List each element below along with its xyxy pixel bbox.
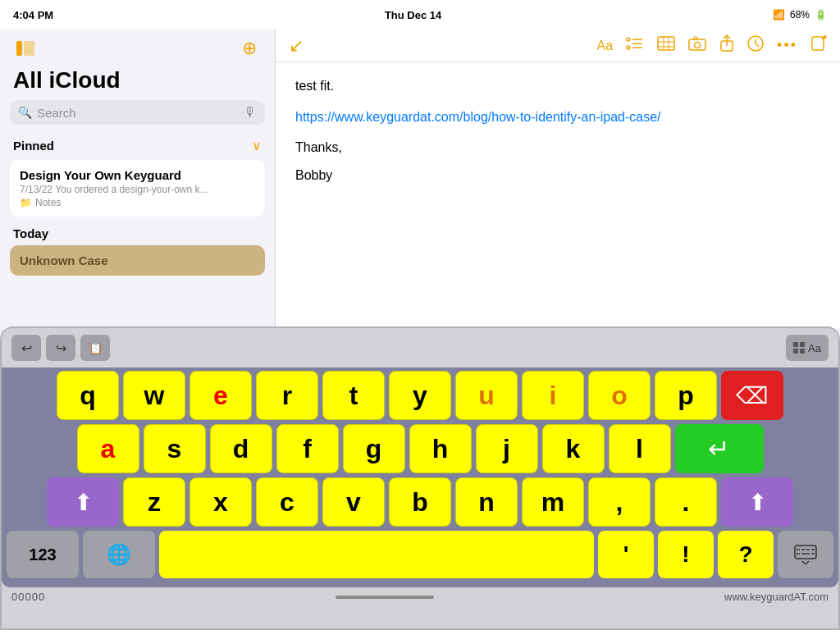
footer-handle — [336, 596, 434, 599]
key-a[interactable]: a — [77, 424, 139, 473]
kb-row-3: ⬆ z x c v b n m , . ⬆ — [7, 477, 833, 527]
key-d[interactable]: d — [210, 424, 272, 473]
footer-website: www.keyguardAT.com — [724, 591, 829, 603]
search-bar[interactable]: 🔍 Search 🎙 — [10, 100, 265, 125]
back-button[interactable]: ↙ — [289, 35, 304, 57]
key-p[interactable]: p — [655, 371, 717, 420]
numbers-key[interactable]: 123 — [7, 531, 79, 578]
editor-line3: Thanks, — [295, 137, 820, 158]
globe-key[interactable]: 🌐 — [83, 531, 155, 578]
share-button[interactable] — [719, 34, 734, 57]
unknown-case-title: Unknown Case — [20, 253, 255, 267]
sidebar-title: All iCloud — [0, 64, 275, 100]
key-g[interactable]: g — [343, 424, 405, 473]
key-n[interactable]: n — [455, 477, 518, 527]
pinned-chevron[interactable]: ∨ — [252, 138, 262, 153]
svg-rect-22 — [793, 349, 798, 354]
key-w[interactable]: w — [123, 371, 185, 420]
footer-code: 00000 — [11, 591, 45, 603]
key-e[interactable]: e — [189, 371, 252, 420]
key-z[interactable]: z — [123, 477, 185, 527]
camera-button[interactable] — [688, 36, 706, 55]
shift-right-key[interactable]: ⬆ — [721, 477, 793, 527]
key-y[interactable]: y — [389, 371, 451, 420]
exclaim-key[interactable]: ! — [658, 531, 714, 578]
navigate-button[interactable] — [747, 35, 764, 56]
question-key[interactable]: ? — [718, 531, 774, 578]
apostrophe-key[interactable]: ' — [598, 531, 654, 578]
paste-button[interactable]: 📋 — [80, 335, 110, 361]
key-period[interactable]: . — [655, 477, 717, 527]
checklist-button[interactable] — [626, 36, 644, 55]
aa-label: Aa — [808, 342, 821, 354]
undo-button[interactable]: ↩ — [11, 335, 41, 361]
kb-top-right: Aa — [786, 335, 829, 361]
table-button[interactable] — [657, 36, 675, 55]
keyboard-top-bar: ↩ ↪ 📋 Aa — [2, 328, 838, 368]
key-j[interactable]: j — [476, 424, 538, 473]
ipad-area: ⊕ All iCloud 🔍 Search 🎙 Pinned ∨ Design … — [0, 0, 840, 328]
status-date: Thu Dec 14 — [385, 9, 441, 21]
key-x[interactable]: x — [189, 477, 252, 527]
status-time: 4:04 PM — [13, 9, 53, 21]
keyboard-rows: q w e r t y u i o p ⌫ a s d f g h j k l … — [2, 368, 838, 587]
grid-button[interactable]: Aa — [786, 335, 829, 361]
enter-key[interactable]: ↵ — [675, 424, 764, 473]
key-b[interactable]: b — [389, 477, 451, 527]
key-o[interactable]: o — [588, 371, 651, 420]
keyboard-container: ↩ ↪ 📋 Aa q w e r t y u — [0, 326, 840, 630]
pinned-note-folder: 📁 Notes — [20, 197, 255, 208]
key-r[interactable]: r — [256, 371, 318, 420]
kb-row-2: a s d f g h j k l ↵ — [7, 424, 833, 473]
pinned-label: Pinned — [13, 139, 54, 153]
svg-rect-1 — [24, 41, 34, 56]
editor-link[interactable]: https://www.keyguardat.com/blog/how-to-i… — [295, 110, 661, 124]
svg-rect-21 — [800, 342, 805, 347]
svg-point-3 — [627, 46, 630, 49]
status-right: 📶 68% 🔋 — [773, 9, 827, 21]
key-s[interactable]: s — [144, 424, 206, 473]
key-c[interactable]: c — [256, 477, 318, 527]
font-button[interactable]: Aa — [597, 39, 614, 53]
svg-rect-24 — [795, 546, 816, 559]
key-l[interactable]: l — [609, 424, 671, 473]
svg-rect-14 — [694, 37, 697, 39]
editor-content[interactable]: test fit. https://www.keyguardat.com/blo… — [276, 62, 840, 328]
folder-icon: 📁 — [20, 197, 32, 208]
editor-line4: Bobby — [295, 165, 820, 186]
key-comma[interactable]: , — [588, 477, 651, 527]
battery-percent: 68% — [790, 9, 810, 21]
svg-point-2 — [627, 38, 630, 41]
pinned-section-header: Pinned ∨ — [0, 135, 275, 157]
key-v[interactable]: v — [322, 477, 385, 527]
key-h[interactable]: h — [409, 424, 472, 473]
space-key[interactable] — [159, 531, 594, 578]
compose-button[interactable] — [810, 35, 827, 56]
key-t[interactable]: t — [322, 371, 385, 420]
pinned-note-item[interactable]: Design Your Own Keyguard 7/13/22 You ord… — [10, 160, 265, 217]
key-q[interactable]: q — [57, 371, 119, 420]
unknown-case-item[interactable]: Unknown Case — [10, 245, 265, 276]
note-editor: ••• ↙ Aa — [276, 0, 840, 328]
search-icon: 🔍 — [18, 106, 32, 119]
pinned-note-title: Design Your Own Keyguard — [20, 168, 255, 182]
sidebar-add-icon[interactable]: ⊕ — [237, 36, 262, 61]
mic-icon[interactable]: 🎙 — [244, 105, 257, 120]
shift-left-key[interactable]: ⬆ — [47, 477, 119, 527]
key-m[interactable]: m — [522, 477, 584, 527]
key-f[interactable]: f — [276, 424, 339, 473]
key-i[interactable]: i — [522, 371, 584, 420]
today-section-header: Today — [0, 220, 275, 244]
kb-top-left: ↩ ↪ 📋 — [11, 335, 110, 361]
search-placeholder: Search — [37, 106, 239, 120]
hide-keyboard-key[interactable] — [778, 531, 833, 578]
redo-button[interactable]: ↪ — [46, 335, 75, 361]
backspace-key[interactable]: ⌫ — [721, 371, 783, 420]
more-button[interactable]: ••• — [777, 37, 797, 54]
key-u[interactable]: u — [455, 371, 518, 420]
key-k[interactable]: k — [542, 424, 605, 473]
svg-rect-23 — [800, 349, 805, 354]
sidebar-panel-icon[interactable] — [13, 36, 38, 61]
kb-row-1: q w e r t y u i o p ⌫ — [7, 371, 833, 420]
editor-toolbar: ↙ Aa — [276, 30, 840, 62]
